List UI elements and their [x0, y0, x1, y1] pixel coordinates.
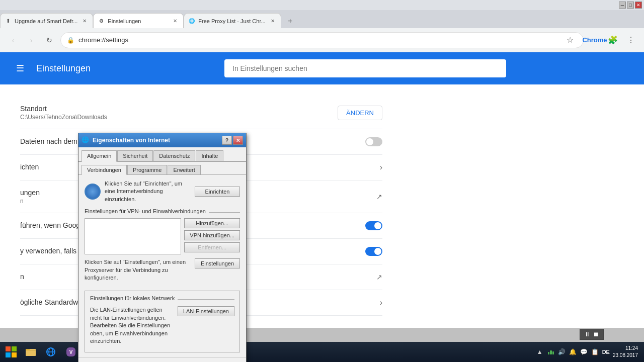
- vpn-add-button[interactable]: Hinzufügen...: [184, 218, 240, 228]
- vpn-listbox[interactable]: [85, 218, 181, 254]
- close-button[interactable]: ✕: [635, 2, 642, 9]
- forward-button[interactable]: ›: [24, 33, 38, 47]
- tab-programme[interactable]: Programme: [127, 165, 167, 174]
- tab-2-close[interactable]: ✕: [171, 17, 179, 25]
- tab-1-favicon: ⬆: [5, 18, 12, 25]
- address-text: chrome://settings: [78, 36, 559, 44]
- tab-3[interactable]: 🌐 Free Proxy List - Just Chr... ✕: [184, 13, 281, 28]
- dialog-tabs-row2: Verbindungen Programme Erweitert: [78, 163, 246, 175]
- tab-verbindungen[interactable]: Verbindungen: [82, 165, 127, 175]
- proxy-text: Klicken Sie auf "Einstellungen", um eine…: [85, 258, 191, 282]
- dialog-close-button[interactable]: ✕: [233, 136, 243, 145]
- lock-icon: 🔒: [67, 37, 74, 44]
- minimize-button[interactable]: ─: [619, 2, 626, 9]
- bookmark-icon[interactable]: ☆: [563, 33, 577, 47]
- einrichten-section: Klicken Sie auf "Einrichten", um eine In…: [85, 180, 240, 203]
- vpn-label: Einstellungen für VPN- und Einwahlverbin…: [85, 208, 206, 214]
- lan-section: Einstellungen für lokales Netzwerk Die L…: [85, 291, 240, 352]
- tab-3-title: Free Proxy List - Just Chr...: [198, 18, 265, 24]
- tab-datenschutz[interactable]: Datenschutz: [153, 150, 195, 161]
- tab-3-close[interactable]: ✕: [269, 17, 277, 25]
- address-input-wrap[interactable]: 🔒 chrome://settings ☆: [60, 32, 584, 48]
- vpn-label-row: Einstellungen für VPN- und Einwahlverbin…: [85, 208, 240, 216]
- tab-1-close[interactable]: ✕: [80, 17, 89, 25]
- internet-properties-dialog: 🌐 Eigenschaften von Internet ? ✕ Allgeme…: [78, 133, 247, 362]
- dialog-title-text: Eigenschaften von Internet: [93, 137, 219, 144]
- title-bar: ─ □ ✕: [0, 0, 644, 10]
- main-content: ☰ Einstellungen Standort C:\Users\TehnoZ…: [0, 52, 644, 362]
- reload-button[interactable]: ↻: [42, 33, 56, 47]
- tab-1-title: Upgrade auf Smart Defr...: [15, 18, 77, 24]
- einrichten-button[interactable]: Einrichten: [195, 187, 240, 197]
- einrichten-text: Klicken Sie auf "Einrichten", um eine In…: [105, 180, 191, 203]
- back-button[interactable]: ‹: [6, 33, 20, 47]
- tab-erweitert[interactable]: Erweitert: [168, 165, 200, 174]
- tab-1[interactable]: ⬆ Upgrade auf Smart Defr... ✕: [0, 13, 93, 28]
- lan-separator: [178, 299, 234, 300]
- vpn-add-vpn-button[interactable]: VPN hinzufügen...: [184, 230, 240, 240]
- maximize-button[interactable]: □: [627, 2, 634, 9]
- dialog-titlebar: 🌐 Eigenschaften von Internet ? ✕: [78, 133, 246, 147]
- dialog-overlay: 🌐 Eigenschaften von Internet ? ✕ Allgeme…: [0, 52, 644, 362]
- chrome-label: Chrome: [588, 33, 602, 47]
- dialog-tabs-row1: Allgemein Sicherheit Datenschutz Inhalte: [78, 147, 246, 162]
- vpn-remove-button[interactable]: Entfernen...: [184, 242, 240, 252]
- tab-2-title: Einstellungen: [108, 18, 168, 24]
- menu-button[interactable]: ⋮: [624, 33, 638, 47]
- dialog-footer: OK Abbrechen Übernehmen: [78, 357, 246, 362]
- dialog-icon: 🌐: [82, 136, 90, 144]
- lan-header-label: Einstellungen für lokales Netzwerk: [90, 295, 175, 301]
- proxy-settings-button[interactable]: Einstellungen: [195, 258, 240, 268]
- proxy-section: Klicken Sie auf "Einstellungen", um eine…: [85, 258, 240, 285]
- lan-settings-button[interactable]: LAN-Einstellungen: [178, 306, 234, 316]
- extensions-button[interactable]: 🧩: [606, 33, 620, 47]
- lan-content: Die LAN-Einstellungen gelten nicht für E…: [90, 306, 234, 348]
- dialog-title-buttons: ? ✕: [222, 136, 243, 145]
- tab-inhalte[interactable]: Inhalte: [196, 150, 223, 161]
- new-tab-button[interactable]: +: [283, 14, 297, 28]
- address-bar: ‹ › ↻ 🔒 chrome://settings ☆ Chrome 🧩 ⋮: [0, 28, 644, 52]
- tab-3-favicon: 🌐: [188, 18, 195, 25]
- vpn-list-area: Hinzufügen... VPN hinzufügen... Entferne…: [85, 218, 240, 254]
- lan-text: Die LAN-Einstellungen gelten nicht für E…: [90, 306, 174, 345]
- dialog-body: Klicken Sie auf "Einrichten", um eine In…: [78, 175, 246, 357]
- lan-header-row: Einstellungen für lokales Netzwerk: [90, 295, 234, 303]
- tab-sicherheit[interactable]: Sicherheit: [117, 150, 153, 161]
- vpn-separator: [209, 212, 240, 213]
- tab-bar: ⬆ Upgrade auf Smart Defr... ✕ ⚙ Einstell…: [0, 10, 644, 28]
- globe-icon: [85, 184, 101, 200]
- tab-allgemein[interactable]: Allgemein: [82, 150, 117, 162]
- vpn-buttons: Hinzufügen... VPN hinzufügen... Entferne…: [184, 218, 240, 254]
- tab-2[interactable]: ⚙ Einstellungen ✕: [93, 13, 184, 28]
- tab-2-favicon: ⚙: [98, 18, 105, 25]
- dialog-help-button[interactable]: ?: [222, 136, 232, 145]
